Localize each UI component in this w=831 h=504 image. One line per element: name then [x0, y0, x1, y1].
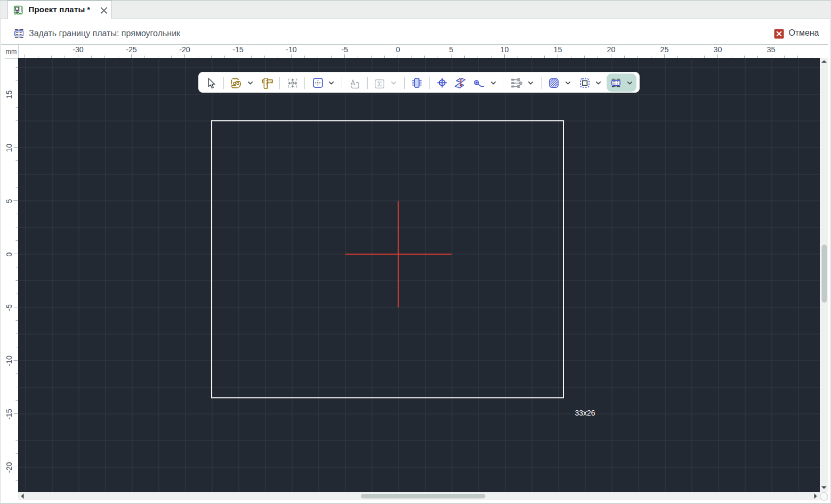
svg-text:33x26: 33x26 — [575, 409, 595, 417]
